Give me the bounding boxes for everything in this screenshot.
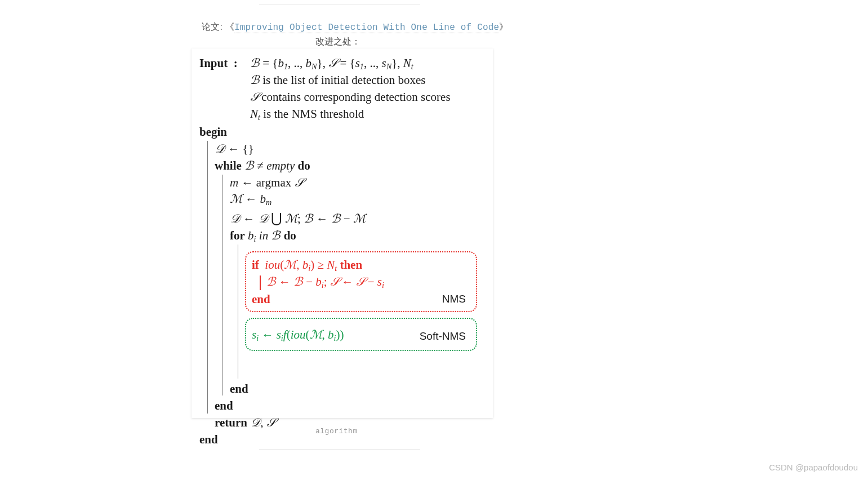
m-line: m ← argmax 𝒮 xyxy=(230,175,485,192)
nms-body-line: ℬ ← ℬ − bi; 𝒮 ← 𝒮 − si xyxy=(266,274,384,291)
while-line: while ℬ ≠ empty do xyxy=(215,158,485,175)
soft-nms-label: Soft-NMS xyxy=(420,329,466,344)
nms-box: if iou(ℳ, bi) ≥ Nt then ℬ ← ℬ − bi; 𝒮 ← … xyxy=(245,251,477,312)
paper-link[interactable]: Improving Object Detection With One Line… xyxy=(234,23,499,33)
intro-prefix: 论文: 《 xyxy=(202,22,234,32)
input-desc-2: 𝒮 contains corresponding detection score… xyxy=(250,89,451,106)
input-colon: : xyxy=(234,56,238,70)
watermark: CSDN @papaofdoudou xyxy=(769,463,858,472)
input-desc-1: ℬ is the list of initial detection boxes xyxy=(250,72,451,89)
end-while: end xyxy=(215,398,485,415)
begin-keyword: begin xyxy=(199,124,485,141)
input-label: Input xyxy=(199,56,228,70)
input-desc-3: Nt is the NMS threshold xyxy=(250,106,451,123)
top-divider xyxy=(259,4,420,5)
intro-suffix: 》 xyxy=(499,22,508,32)
algorithm-figure: Input : ℬ = {b1, .., bN}, 𝒮 = {s1, .., s… xyxy=(192,48,493,418)
nms-if-line: if iou(ℳ, bi) ≥ Nt then xyxy=(252,257,470,274)
input-sets: ℬ = {b1, .., bN}, 𝒮 = {s1, .., sN}, Nt xyxy=(250,55,451,72)
nms-end: end xyxy=(252,291,470,308)
end-for: end xyxy=(230,381,485,398)
soft-nms-box: si ← sif(iou(ℳ, bi)) Soft-NMS xyxy=(245,318,477,350)
union-line: 𝒟 ← 𝒟 ⋃ ℳ; ℬ ← ℬ − ℳ xyxy=(230,208,485,228)
figure-caption: algorithm xyxy=(315,427,358,435)
intro-line: 论文: 《Improving Object Detection With One… xyxy=(202,21,509,33)
M-line: ℳ ← bm xyxy=(230,191,485,208)
for-line: for bi in ℬ do xyxy=(230,228,485,245)
bottom-divider xyxy=(259,449,420,450)
nms-label: NMS xyxy=(442,292,466,307)
d-init-line: 𝒟 ← {} xyxy=(215,141,485,158)
subtitle: 改进之处： xyxy=(315,36,360,48)
input-row: Input : ℬ = {b1, .., bN}, 𝒮 = {s1, .., s… xyxy=(199,55,485,123)
